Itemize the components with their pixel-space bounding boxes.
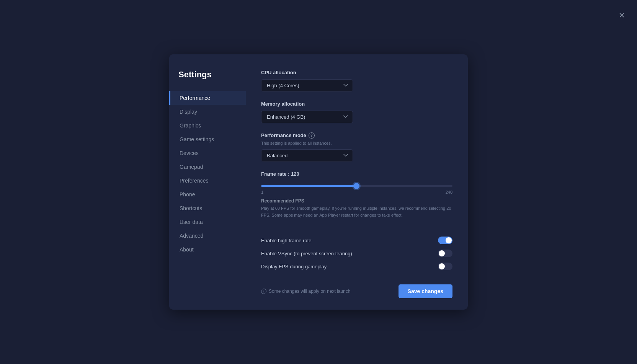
sidebar-item-phone[interactable]: Phone	[169, 188, 246, 201]
toggle-knob-display-fps	[439, 263, 445, 269]
close-button[interactable]: ✕	[616, 9, 628, 21]
performance-mode-label: Performance mode	[261, 132, 306, 138]
save-changes-button[interactable]: Save changes	[399, 284, 452, 298]
sidebar-item-user-data[interactable]: User data	[169, 215, 246, 229]
recommended-fps-title: Recommended FPS	[261, 198, 452, 204]
memory-allocation-section: Memory allocation Enhanced (4 GB) Standa…	[261, 101, 452, 123]
footer: i Some changes will apply on next launch…	[261, 273, 452, 298]
sidebar: Settings PerformanceDisplayGraphicsGame …	[169, 54, 246, 310]
toggle-row-high-frame-rate: Enable high frame rate	[261, 234, 452, 247]
cpu-allocation-label: CPU allocation	[261, 70, 452, 75]
recommended-fps-desc: Play at 60 FPS for smooth gameplay. If y…	[261, 205, 452, 219]
toggle-row-vsync: Enable VSync (to prevent screen tearing)	[261, 247, 452, 260]
sidebar-item-display[interactable]: Display	[169, 105, 246, 119]
cpu-allocation-select[interactable]: High (4 Cores) Low (1 Core) Medium (2 Co…	[261, 79, 353, 92]
sidebar-item-graphics[interactable]: Graphics	[169, 119, 246, 132]
settings-title: Settings	[169, 70, 246, 91]
sidebar-item-gamepad[interactable]: Gamepad	[169, 160, 246, 174]
memory-allocation-select[interactable]: Enhanced (4 GB) Standard (2 GB) High (6 …	[261, 111, 353, 123]
frame-rate-label: Frame rate : 120	[261, 171, 452, 177]
memory-allocation-label: Memory allocation	[261, 101, 452, 107]
toggle-label-high-frame-rate: Enable high frame rate	[261, 238, 312, 243]
performance-mode-select[interactable]: Balanced Power Saver High Performance	[261, 149, 353, 162]
slider-max-label: 240	[446, 190, 452, 194]
performance-mode-help-icon[interactable]: ?	[309, 132, 315, 139]
toggle-knob-vsync	[439, 250, 445, 256]
toggle-label-vsync: Enable VSync (to prevent screen tearing)	[261, 251, 352, 256]
toggle-label-display-fps: Display FPS during gameplay	[261, 264, 327, 269]
toggle-display-fps[interactable]	[438, 263, 452, 270]
sidebar-item-performance[interactable]: Performance	[169, 91, 246, 105]
sidebar-item-about[interactable]: About	[169, 243, 246, 256]
toggles-section: Enable high frame rateEnable VSync (to p…	[261, 234, 452, 273]
performance-mode-section: Performance mode ? This setting is appli…	[261, 132, 452, 162]
sidebar-nav: PerformanceDisplayGraphicsGame settingsD…	[169, 91, 246, 256]
frame-rate-slider[interactable]	[261, 185, 452, 187]
toggle-knob-high-frame-rate	[446, 237, 452, 243]
toggle-row-display-fps: Display FPS during gameplay	[261, 260, 452, 273]
frame-rate-section: Frame rate : 120 1 240 Recommended FPS P…	[261, 171, 452, 225]
sidebar-item-advanced[interactable]: Advanced	[169, 229, 246, 243]
footer-note-text: Some changes will apply on next launch	[269, 289, 350, 294]
main-content: CPU allocation High (4 Cores) Low (1 Cor…	[246, 54, 468, 310]
sidebar-item-shortcuts[interactable]: Shortcuts	[169, 201, 246, 215]
settings-dialog: Settings PerformanceDisplayGraphicsGame …	[169, 54, 468, 310]
footer-info-icon: i	[261, 289, 266, 294]
toggle-vsync[interactable]	[438, 250, 452, 257]
sidebar-item-devices[interactable]: Devices	[169, 146, 246, 160]
cpu-allocation-section: CPU allocation High (4 Cores) Low (1 Cor…	[261, 70, 452, 92]
toggle-high-frame-rate[interactable]	[438, 237, 452, 244]
sidebar-item-preferences[interactable]: Preferences	[169, 174, 246, 188]
performance-mode-description: This setting is applied to all instances…	[261, 141, 452, 145]
footer-note: i Some changes will apply on next launch	[261, 289, 350, 294]
sidebar-item-game-settings[interactable]: Game settings	[169, 132, 246, 146]
slider-min-label: 1	[261, 190, 263, 194]
